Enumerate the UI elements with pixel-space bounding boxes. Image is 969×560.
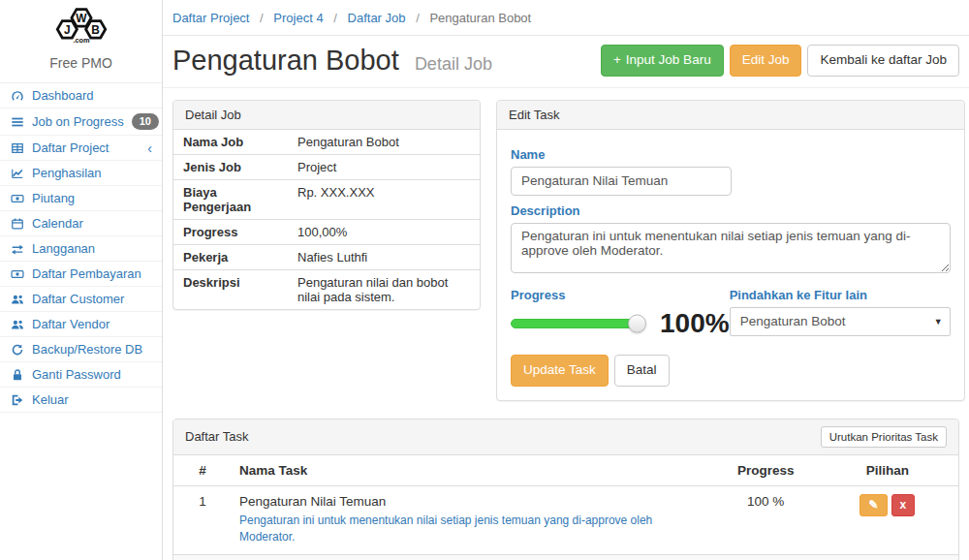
sidebar-item-calendar[interactable]: Calendar [0,211,162,236]
delete-task-row-button[interactable]: x [891,494,916,517]
detail-label: Deskripsi [173,269,288,309]
edit-icon: ✎ [868,498,878,513]
edit-task-panel: Edit Task Name Description Pengaturan in… [496,100,965,401]
detail-row-nama-job: Nama Job Pengaturan Bobot [173,130,480,155]
users-icon [10,293,24,306]
breadcrumb-link-daftar-project[interactable]: Daftar Project [172,11,249,25]
app-window: W J B .com Free PMO Dashboard Job on Pro… [0,0,969,560]
detail-job-panel: Detail Job Nama Job Pengaturan Bobot Jen… [172,100,481,310]
logo-dot-com: .com [73,36,90,45]
task-row: 1 Pengaturan Nilai Temuan Pengaturan ini… [173,485,958,554]
detail-value: 100,00% [288,219,480,244]
money-icon [10,192,24,205]
calendar-icon [10,217,24,231]
progress-slider-line: 100% [511,308,730,339]
edit-task-form: Name Description Pengaturan ini untuk me… [497,130,964,400]
name-label: Name [511,147,951,162]
move-column: Pindahkan ke Fitur lain Pengaturan Bobot… [730,280,951,339]
main-area: Daftar Project / Project 4 / Daftar Job … [163,0,969,560]
detail-value: Project [288,154,480,179]
update-task-button[interactable]: Update Task [511,355,609,387]
breadcrumb-link-project-4[interactable]: Project 4 [273,11,323,25]
task-progress: 100 % [715,485,817,554]
breadcrumb-separator: / [260,11,264,25]
task-row: 2 Pengaturan Angka Minimal Temuan per Mi… [173,554,958,560]
users-icon [10,318,24,331]
batal-button[interactable]: Batal [614,355,670,387]
edit-job-button[interactable]: Edit Job [730,45,802,77]
column-header-num: # [173,455,232,486]
progress-column: Progress 100% [511,280,730,339]
sidebar-item-label: Daftar Vendor [32,317,109,331]
edit-task-buttons: Update Task Batal [511,355,951,387]
job-count-badge: 10 [132,113,159,130]
description-label: Description [511,203,951,218]
logo-letter-b: B [91,23,100,37]
line-chart-icon [10,167,24,180]
progress-slider-handle[interactable] [628,314,646,332]
sidebar-item-label: Langganan [32,241,95,256]
page-header: Pengaturan Bobot Detail Job + Input Job … [163,36,969,88]
task-name-cell: Pengaturan Angka Minimal Temuan per Ming… [232,554,715,560]
edit-task-panel-title: Edit Task [497,101,964,130]
sidebar-item-label: Ganti Password [32,367,121,382]
sidebar-item-ganti-password[interactable]: Ganti Password [0,362,162,388]
column-header-progress: Progress [715,455,817,486]
sidebar-item-piutang[interactable]: Piutang [0,186,162,211]
progress-label: Progress [511,288,730,302]
sidebar-item-label: Job on Progress [32,114,124,129]
progress-slider[interactable] [511,319,639,328]
sidebar-item-label: Daftar Project [32,140,109,155]
plus-icon: + [613,51,621,70]
edit-task-row-button[interactable]: ✎ [860,494,887,517]
daftar-task-panel-heading: Daftar Task Urutkan Prioritas Task [173,420,958,455]
sidebar-item-dashboard[interactable]: Dashboard [0,83,162,109]
detail-row-jenis-job: Jenis Job Project [173,154,480,179]
task-actions: ✎ x [817,554,958,560]
detail-value: Pengaturan nilai dan bobot nilai pada si… [288,269,480,309]
move-feature-select[interactable]: Pengaturan Bobot [730,307,951,336]
exchange-icon [10,242,24,256]
refresh-icon [10,343,24,357]
detail-row-biaya: Biaya Pengerjaan Rp. XXX.XXX [173,179,480,219]
kembali-ke-daftar-job-button[interactable]: Kembali ke daftar Job [807,45,959,77]
breadcrumb-separator: / [416,11,420,25]
task-description: Pengaturan ini untuk menentukan nilai se… [239,513,707,546]
chevron-left-icon: ‹ [147,141,152,155]
header-buttons: + Input Job Baru Edit Job Kembali ke daf… [601,45,959,77]
sidebar-item-job-on-progress[interactable]: Job on Progress 10 [0,109,162,136]
sidebar-item-label: Backup/Restore DB [32,342,142,357]
page-title-text: Pengaturan Bobot [172,45,399,76]
sidebar-item-langganan[interactable]: Langganan [0,236,162,262]
input-job-baru-label: Input Job Baru [626,51,711,70]
lock-icon [10,368,24,382]
sidebar-item-label: Calendar [32,216,83,231]
delete-icon: x [900,498,907,513]
sidebar-item-daftar-project[interactable]: Daftar Project ‹ [0,136,162,161]
brand-logo[interactable]: W J B .com [0,0,162,51]
detail-row-progress: Progress 100,00% [173,219,480,244]
topbar: Daftar Project / Project 4 / Daftar Job … [163,0,969,36]
urutkan-prioritas-button-top[interactable]: Urutkan Prioritas Task [821,426,947,448]
sidebar-item-label: Dashboard [32,88,94,103]
task-description-textarea[interactable]: Pengaturan ini untuk menentukan nilai se… [511,223,951,273]
column-header-pilihan: Pilihan [817,455,958,486]
sidebar-item-backup-restore[interactable]: Backup/Restore DB [0,337,162,362]
sidebar-item-label: Penghasilan [32,166,102,180]
sidebar-item-daftar-pembayaran[interactable]: Daftar Pembayaran [0,262,162,287]
breadcrumb-link-daftar-job[interactable]: Daftar Job [348,11,406,25]
progress-value: 100% [660,308,730,339]
task-name-input[interactable] [511,167,732,196]
sidebar-item-keluar[interactable]: Keluar [0,388,162,413]
input-job-baru-button[interactable]: + Input Job Baru [601,45,724,77]
task-name-cell: Pengaturan Nilai Temuan Pengaturan ini u… [232,485,715,554]
sidebar-item-daftar-vendor[interactable]: Daftar Vendor [0,312,162,337]
sidebar-item-penghasilan[interactable]: Penghasilan [0,161,162,186]
brand-name: Free PMO [0,51,162,82]
task-name: Pengaturan Nilai Temuan [239,494,707,509]
detail-label: Jenis Job [173,154,288,179]
detail-label: Progress [173,219,288,244]
task-actions: ✎ x [817,485,958,554]
sidebar-item-daftar-customer[interactable]: Daftar Customer [0,287,162,312]
detail-row-pekerja: Pekerja Nafies Luthfi [173,244,480,269]
